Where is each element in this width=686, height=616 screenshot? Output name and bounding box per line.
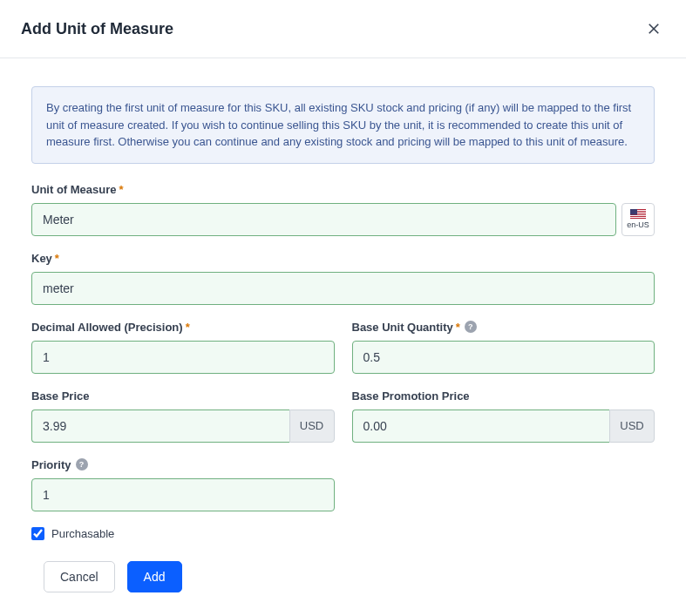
precision-label: Decimal Allowed (Precision) * [31,321,335,334]
key-label: Key * [31,252,655,265]
priority-label-text: Priority [31,458,71,471]
modal-body: By creating the first unit of measure fo… [0,58,686,613]
base-promo-price-group: Base Promotion Price USD [352,389,655,443]
base-unit-quantity-label: Base Unit Quantity * ? [352,321,655,334]
precision-label-text: Decimal Allowed (Precision) [31,321,183,334]
required-indicator: * [186,321,190,334]
purchasable-group: Purchasable [31,527,655,540]
currency-suffix: USD [289,410,335,443]
unit-of-measure-label-text: Unit of Measure [31,183,117,196]
help-icon[interactable]: ? [76,458,88,470]
precision-input[interactable] [31,341,335,374]
base-promo-price-input[interactable] [352,410,610,443]
svg-rect-7 [630,217,646,218]
locale-code: en-US [627,220,649,229]
priority-label: Priority ? [31,458,335,471]
svg-rect-8 [630,219,646,220]
base-price-label: Base Price [31,389,335,403]
base-unit-quantity-group: Base Unit Quantity * ? [352,321,655,374]
us-flag-icon [630,209,646,220]
key-label-text: Key [31,252,52,265]
required-indicator: * [55,252,59,265]
currency-suffix: USD [609,410,655,443]
priority-group: Priority ? [31,458,335,511]
key-group: Key * [31,252,655,305]
base-promo-price-label: Base Promotion Price [352,389,655,403]
priority-input[interactable] [31,478,335,511]
modal-title: Add Unit of Measure [21,20,173,38]
add-button[interactable]: Add [127,561,182,592]
help-icon[interactable]: ? [465,321,477,333]
base-price-input[interactable] [31,410,289,443]
close-icon [646,21,662,37]
unit-of-measure-group: Unit of Measure * en-US [31,183,655,236]
info-alert: By creating the first unit of measure fo… [31,86,655,164]
base-unit-quantity-input[interactable] [352,341,655,374]
svg-rect-9 [630,209,637,215]
required-indicator: * [119,183,124,196]
spacer [352,458,655,511]
modal-header: Add Unit of Measure [0,0,686,58]
close-button[interactable] [642,17,665,40]
svg-rect-6 [630,215,646,216]
unit-of-measure-input[interactable] [31,203,616,236]
base-price-group: Base Price USD [31,389,335,443]
key-input[interactable] [31,272,655,305]
button-row: Cancel Add [44,561,655,592]
required-indicator: * [456,321,460,334]
precision-group: Decimal Allowed (Precision) * [31,321,335,374]
unit-of-measure-label: Unit of Measure * [31,183,655,196]
purchasable-label[interactable]: Purchasable [51,527,114,540]
purchasable-checkbox[interactable] [31,527,44,540]
base-unit-quantity-label-text: Base Unit Quantity [352,321,453,334]
cancel-button[interactable]: Cancel [44,561,115,592]
info-text: By creating the first unit of measure fo… [46,99,640,151]
locale-selector[interactable]: en-US [621,203,655,236]
